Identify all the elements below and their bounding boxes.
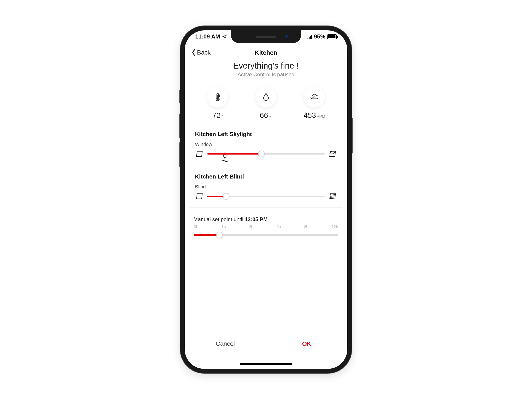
thermometer-icon bbox=[213, 92, 222, 102]
location-icon bbox=[222, 34, 227, 39]
svg-rect-6 bbox=[224, 154, 226, 157]
humidity-value: 66 bbox=[260, 111, 268, 119]
silent-switch bbox=[179, 90, 180, 103]
battery-percent: 95% bbox=[314, 33, 325, 40]
status-heading: Everything's fine ! Active Control is pa… bbox=[185, 61, 347, 78]
co2-value: 453 bbox=[304, 111, 316, 119]
tick-label: 0h bbox=[194, 225, 198, 229]
metric-temperature[interactable]: 72° bbox=[201, 86, 234, 120]
tick-label: 2h bbox=[249, 225, 253, 229]
window-closed-icon[interactable] bbox=[195, 150, 204, 158]
setpoint-time: 12:05 PM bbox=[245, 216, 267, 222]
slider-thumb[interactable] bbox=[223, 193, 229, 200]
volume-up-button bbox=[179, 114, 180, 138]
co2-unit: PPM bbox=[317, 114, 325, 119]
tick-label: 6h bbox=[304, 225, 308, 229]
co2-cloud-icon: CO₂ bbox=[310, 92, 319, 102]
setpoint-prefix: Manual set point until bbox=[193, 216, 245, 222]
slider-thumb[interactable] bbox=[216, 232, 223, 238]
setpoint-slider[interactable] bbox=[193, 231, 339, 239]
blind-open-icon[interactable] bbox=[195, 192, 204, 201]
metrics-row: 72° 66% CO₂ bbox=[193, 86, 339, 120]
screen-title: Kitchen bbox=[255, 49, 278, 56]
tick-label: 3h bbox=[277, 225, 281, 229]
blind-slider[interactable] bbox=[207, 192, 325, 201]
status-time: 11:09 AM bbox=[195, 33, 220, 40]
device-sub: Window bbox=[195, 142, 337, 147]
back-button[interactable]: Back bbox=[191, 49, 211, 56]
tick-label: 12h bbox=[331, 225, 338, 229]
back-label: Back bbox=[197, 49, 211, 56]
metric-co2[interactable]: CO₂ 453PPM bbox=[298, 86, 331, 120]
temperature-value: 72 bbox=[212, 111, 221, 119]
ok-button[interactable]: OK bbox=[266, 334, 348, 354]
phone-screen: 11:09 AM 95% Back Kitchen Everything's f… bbox=[185, 30, 347, 369]
humidity-unit: % bbox=[269, 114, 272, 119]
slider-thumb[interactable] bbox=[258, 151, 265, 157]
window-open-icon[interactable] bbox=[328, 150, 337, 158]
battery-icon bbox=[327, 34, 337, 39]
device-title: Kitchen Left Blind bbox=[195, 173, 337, 180]
blind-closed-icon[interactable] bbox=[328, 192, 337, 201]
svg-text:CO₂: CO₂ bbox=[312, 96, 316, 98]
front-camera bbox=[285, 35, 289, 39]
droplet-icon bbox=[261, 92, 271, 102]
svg-line-9 bbox=[331, 194, 332, 199]
device-card-skylight: Kitchen Left Skylight Window bbox=[189, 126, 343, 165]
phone-frame: 11:09 AM 95% Back Kitchen Everything's f… bbox=[180, 26, 352, 373]
volume-down-button bbox=[179, 142, 180, 167]
home-indicator[interactable] bbox=[240, 363, 292, 365]
tick-label: 1h bbox=[221, 225, 226, 229]
svg-point-0 bbox=[217, 98, 218, 100]
metric-humidity[interactable]: 66% bbox=[249, 86, 283, 120]
header: Back Kitchen bbox=[185, 43, 347, 59]
device-title: Kitchen Left Skylight bbox=[195, 131, 337, 138]
temperature-unit: ° bbox=[221, 114, 223, 119]
window-slider[interactable] bbox=[207, 150, 325, 158]
device-sub: Blind bbox=[195, 184, 337, 190]
device-card-blind: Kitchen Left Blind Blind bbox=[189, 169, 343, 208]
status-subtext: Active Control is paused bbox=[185, 71, 347, 78]
cancel-button[interactable]: Cancel bbox=[185, 334, 266, 354]
power-button bbox=[352, 118, 353, 153]
rain-sensor-icon bbox=[221, 153, 229, 163]
device-notch bbox=[231, 30, 301, 43]
bottom-button-bar: Cancel OK bbox=[185, 334, 347, 354]
speaker-grille bbox=[256, 36, 276, 38]
status-headline: Everything's fine ! bbox=[185, 61, 347, 70]
setpoint-label: Manual set point until 12:05 PM bbox=[193, 216, 339, 222]
cellular-signal-icon bbox=[307, 35, 312, 39]
setpoint-section: Manual set point until 12:05 PM 0h 1h 2h… bbox=[193, 216, 339, 239]
chevron-left-icon bbox=[191, 49, 196, 56]
svg-line-11 bbox=[334, 194, 334, 199]
svg-line-10 bbox=[333, 194, 333, 199]
setpoint-tick-labels: 0h 1h 2h 3h 6h 12h bbox=[193, 225, 339, 229]
